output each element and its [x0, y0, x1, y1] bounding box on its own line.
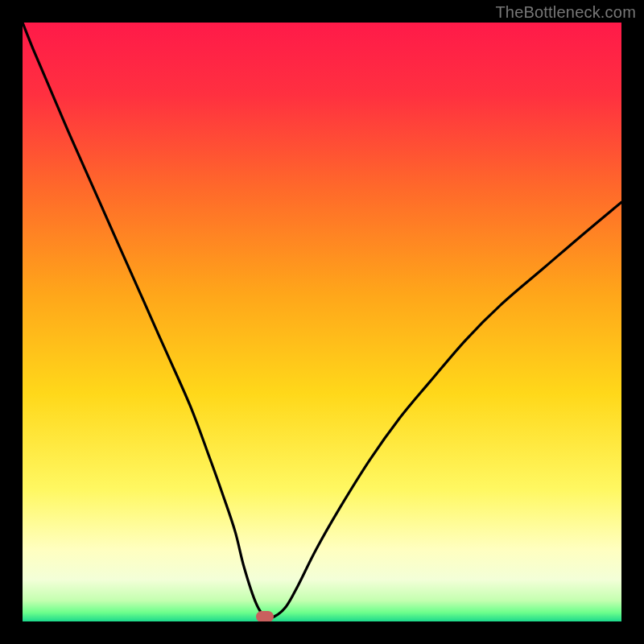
chart-frame: TheBottleneck.com	[0, 0, 644, 644]
plot-area	[23, 23, 621, 621]
optimal-point-marker	[256, 611, 274, 621]
gradient-background	[23, 23, 621, 621]
attribution-watermark: TheBottleneck.com	[495, 3, 636, 22]
chart-svg	[23, 23, 621, 621]
